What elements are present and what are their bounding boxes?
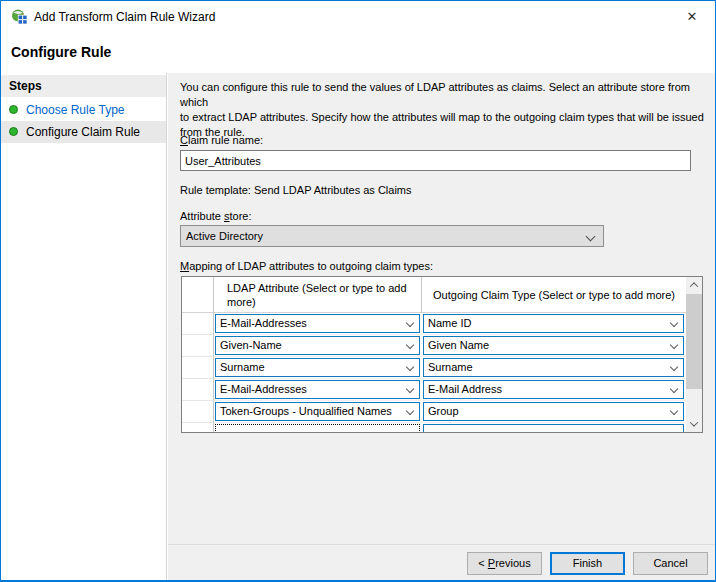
ldap-attribute-dropdown[interactable]: Token-Groups - Unqualified Names [215, 402, 420, 421]
window-title: Add Transform Claim Rule Wizard [34, 10, 215, 24]
dropdown-value: E-Mail-Addresses [220, 317, 307, 329]
chevron-down-icon [670, 341, 678, 349]
ldap-attribute-dropdown[interactable]: Surname [215, 358, 420, 377]
dropdown-value: Given-Name [220, 339, 282, 351]
table-row: Token-Groups - Unqualified Names Group [182, 401, 686, 423]
row-selector-cell[interactable] [182, 335, 214, 357]
chevron-down-icon [690, 418, 698, 426]
mapping-table: LDAP Attribute (Select or type to add mo… [181, 276, 703, 433]
scrollbar-down-button[interactable] [686, 416, 702, 432]
table-row: E-Mail-Addresses E-Mail Address [182, 379, 686, 401]
table-row: Given-Name Given Name [182, 335, 686, 357]
outgoing-claim-dropdown[interactable]: Name ID [423, 314, 684, 333]
header-selector-cell [182, 277, 214, 313]
row-selector-cell[interactable] [182, 313, 214, 335]
row-selector-cell[interactable] [182, 357, 214, 379]
scrollbar-up-button[interactable] [686, 277, 702, 293]
outgoing-claim-dropdown[interactable]: Group [423, 402, 684, 421]
attribute-store-dropdown[interactable]: Active Directory [180, 225, 604, 247]
dropdown-value: Surname [220, 361, 265, 373]
table-header-row: LDAP Attribute (Select or type to add mo… [182, 277, 686, 313]
description-text: You can configure this rule to send the … [180, 80, 708, 140]
attribute-store-value: Active Directory [186, 230, 263, 242]
dropdown-value: E-Mail Address [428, 383, 502, 395]
outgoing-claim-dropdown[interactable] [423, 424, 684, 433]
sidebar-item-choose-rule-type[interactable]: Choose Rule Type [1, 99, 166, 121]
wizard-window: Add Transform Claim Rule Wizard ✕ Config… [0, 0, 716, 582]
chevron-down-icon [670, 319, 678, 327]
dropdown-value: Token-Groups - Unqualified Names [220, 405, 392, 417]
step-bullet-icon [9, 127, 18, 136]
adfs-wizard-icon [11, 8, 28, 25]
ldap-attribute-dropdown[interactable]: Given-Name [215, 336, 420, 355]
cancel-button[interactable]: Cancel [633, 552, 708, 575]
steps-header: Steps [1, 75, 166, 97]
outgoing-claim-dropdown[interactable]: Surname [423, 358, 684, 377]
step-label: Choose Rule Type [26, 103, 125, 117]
button-bar: < Previous Finish Cancel [168, 544, 715, 581]
row-selector-cell[interactable] [182, 379, 214, 401]
table-row: Surname Surname [182, 357, 686, 379]
table-row-empty [182, 423, 686, 433]
row-selector-cell[interactable] [182, 401, 214, 423]
close-icon[interactable]: ✕ [682, 7, 702, 27]
chevron-down-icon [670, 363, 678, 371]
chevron-down-icon [406, 341, 414, 349]
chevron-down-icon [406, 385, 414, 393]
ldap-attribute-dropdown[interactable] [215, 424, 420, 433]
sidebar-item-configure-claim-rule[interactable]: Configure Claim Rule [1, 121, 166, 143]
table-scrollbar[interactable] [686, 277, 702, 432]
ldap-attribute-dropdown[interactable]: E-Mail-Addresses [215, 380, 420, 399]
claim-rule-name-input[interactable] [180, 150, 691, 171]
outgoing-claim-dropdown[interactable]: Given Name [423, 336, 684, 355]
step-bullet-icon [9, 105, 18, 114]
step-label: Configure Claim Rule [26, 125, 140, 139]
dropdown-value: Given Name [428, 339, 489, 351]
chevron-up-icon [690, 282, 698, 290]
banner: Configure Rule [1, 32, 715, 73]
row-selector-cell[interactable] [182, 423, 214, 433]
chevron-down-icon [670, 407, 678, 415]
dropdown-value: E-Mail-Addresses [220, 383, 307, 395]
dropdown-value: Surname [428, 361, 473, 373]
chevron-down-icon [406, 319, 414, 327]
main-panel: You can configure this rule to send the … [168, 73, 715, 544]
steps-sidebar: Steps Choose Rule Type Configure Claim R… [1, 73, 167, 581]
title-bar: Add Transform Claim Rule Wizard ✕ [1, 1, 715, 32]
finish-button[interactable]: Finish [550, 552, 625, 575]
page-title: Configure Rule [11, 44, 111, 60]
description-line: You can configure this rule to send the … [180, 80, 708, 110]
attribute-store-label: Attribute store: [180, 210, 252, 222]
ldap-attribute-dropdown[interactable]: E-Mail-Addresses [215, 314, 420, 333]
outgoing-claim-column-header: Outgoing Claim Type (Select or type to a… [422, 277, 686, 313]
rule-template-text: Rule template: Send LDAP Attributes as C… [180, 184, 412, 196]
ldap-attribute-column-header: LDAP Attribute (Select or type to add mo… [214, 277, 422, 313]
chevron-down-icon [406, 407, 414, 415]
scrollbar-thumb[interactable] [686, 294, 702, 389]
outgoing-claim-dropdown[interactable]: E-Mail Address [423, 380, 684, 399]
dropdown-value: Name ID [428, 317, 471, 329]
previous-button[interactable]: < Previous [467, 552, 542, 575]
dropdown-value: Group [428, 405, 459, 417]
table-row: E-Mail-Addresses Name ID [182, 313, 686, 335]
mapping-label: Mapping of LDAP attributes to outgoing c… [180, 260, 433, 272]
description-line: to extract LDAP attributes. Specify how … [180, 110, 708, 125]
chevron-down-icon [406, 363, 414, 371]
chevron-down-icon [670, 385, 678, 393]
chevron-down-icon [586, 232, 596, 242]
claim-rule-name-label: Claim rule name: [180, 134, 263, 146]
